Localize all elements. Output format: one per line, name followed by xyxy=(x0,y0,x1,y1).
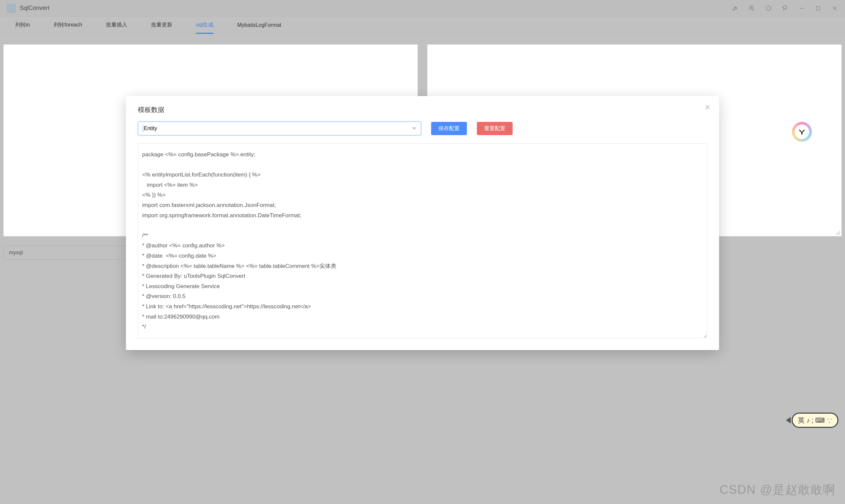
tab-sql-gen[interactable]: sql生成 xyxy=(184,17,225,34)
utools-float-icon[interactable] xyxy=(792,122,812,142)
template-data-modal: ✕ 模板数据 Entity 保存配置 重置配置 package <%= conf… xyxy=(126,96,719,350)
entity-select-value: Entity xyxy=(144,126,157,131)
utools-y-icon xyxy=(798,127,806,136)
entity-select[interactable]: Entity xyxy=(138,122,421,136)
modal-title: 模板数据 xyxy=(138,105,707,114)
ime-text: 英 ♪ ; ⌨ ∵ xyxy=(798,416,832,425)
tab-col-in[interactable]: 列转in xyxy=(3,17,42,34)
reset-config-button[interactable]: 重置配置 xyxy=(477,122,513,135)
resize-icon xyxy=(835,230,841,235)
modal-close-icon[interactable]: ✕ xyxy=(703,103,712,112)
tab-batch-update[interactable]: 批量更新 xyxy=(139,17,184,34)
save-config-button[interactable]: 保存配置 xyxy=(431,122,467,135)
chevron-down-icon xyxy=(412,127,416,130)
ime-status-bar[interactable]: 英 ♪ ; ⌨ ∵ xyxy=(792,413,838,428)
watermark: CSDN @是赵敢敢啊 xyxy=(719,482,836,498)
tab-mybatis-log[interactable]: MybatisLogFormat xyxy=(225,17,293,34)
template-code-textarea[interactable]: package <%= config.basePackage %>.entity… xyxy=(138,143,707,338)
tab-col-foreach[interactable]: 列转foreach xyxy=(42,17,94,34)
tab-batch-insert[interactable]: 批量插入 xyxy=(94,17,139,34)
